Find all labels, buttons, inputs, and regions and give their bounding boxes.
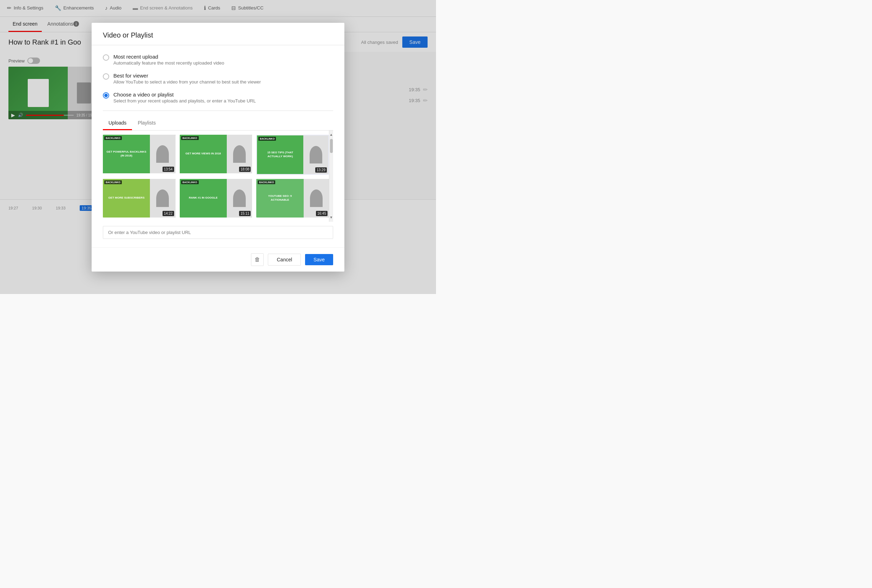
scroll-down[interactable]: ▼ xyxy=(329,214,333,221)
radio-label-most-recent: Most recent upload xyxy=(113,54,224,60)
duration-badge: 18:08 xyxy=(239,166,251,172)
modal-save-button[interactable]: Save xyxy=(305,254,333,265)
thumb-text-area: BACKLINKO GET POWERFUL BACKLINKS (IN 201… xyxy=(103,135,150,173)
modal-title: Video or Playlist xyxy=(103,31,333,39)
video-thumb: BACKLINKO GET MORE VIEWS IN 2018 18:08 xyxy=(180,135,253,173)
video-card[interactable]: BACKLINKO GET POWERFUL BACKLINKS (IN 201… xyxy=(103,135,176,175)
video-card[interactable]: BACKLINKO YOUTUBE SEO: 9 ACTIONABLE 16:4… xyxy=(256,179,329,218)
video-thumb: BACKLINKO YOUTUBE SEO: 9 ACTIONABLE 16:4… xyxy=(256,179,329,218)
scrollbar[interactable]: ▲ ▼ xyxy=(329,130,333,222)
thumb-title-text: RANK #1 IN GOOGLE xyxy=(189,196,218,200)
thumb-text-area: BACKLINKO YOUTUBE SEO: 9 ACTIONABLE xyxy=(256,179,303,218)
tab-uploads[interactable]: Uploads xyxy=(103,117,132,130)
radio-option-choose-video: Choose a video or playlist Select from y… xyxy=(103,92,333,104)
modal-backdrop: Video or Playlist Most recent upload Aut… xyxy=(0,0,436,294)
thumb-title-text: YOUTUBE SEO: 9 ACTIONABLE xyxy=(259,194,301,202)
modal-body: Most recent upload Automatically feature… xyxy=(92,45,344,248)
video-grid-wrapper: BACKLINKO GET POWERFUL BACKLINKS (IN 201… xyxy=(103,130,333,222)
duration-badge: 13:54 xyxy=(162,166,174,172)
person-shape xyxy=(233,189,246,207)
divider xyxy=(103,111,333,111)
radio-label-best-viewer: Best for viewer xyxy=(113,73,261,79)
radio-label-group: Most recent upload Automatically feature… xyxy=(113,54,224,66)
thumb-title-text: 15 SEO TIPS (THAT ACTUALLY WORK) xyxy=(260,151,301,158)
video-info: My 15 All-Time BEST S... 5 months ago53,… xyxy=(257,174,328,175)
trash-icon: 🗑 xyxy=(254,256,260,263)
video-card[interactable]: BACKLINKO RANK #1 IN GOOGLE 15:11 Rank #… xyxy=(180,179,253,218)
thumb-text-area: BACKLINKO RANK #1 IN GOOGLE xyxy=(180,179,227,218)
person-shape xyxy=(156,145,169,163)
backlinko-badge: BACKLINKO xyxy=(104,136,122,140)
person-shape xyxy=(310,146,322,164)
backlinko-badge: BACKLINKO xyxy=(181,180,199,184)
video-grid: BACKLINKO GET POWERFUL BACKLINKS (IN 201… xyxy=(103,130,329,222)
radio-label-group: Choose a video or playlist Select from y… xyxy=(113,92,256,104)
person-shape xyxy=(156,189,169,207)
thumb-title-text: GET POWERFUL BACKLINKS (IN 2018) xyxy=(106,150,147,158)
radio-label-group: Best for viewer Allow YouTube to select … xyxy=(113,73,261,84)
backlinko-badge: BACKLINKO xyxy=(104,180,122,184)
radio-desc-choose-video: Select from your recent uploads and play… xyxy=(113,98,256,104)
url-input[interactable] xyxy=(103,226,333,239)
url-input-wrap xyxy=(103,226,333,239)
video-thumb: BACKLINKO 15 SEO TIPS (THAT ACTUALLY WOR… xyxy=(257,135,328,174)
video-card[interactable]: BACKLINKO GET MORE SUBSCRIBERS 14:22 Get… xyxy=(103,179,176,218)
video-playlist-modal: Video or Playlist Most recent upload Aut… xyxy=(92,23,344,272)
duration-badge: 15:11 xyxy=(239,211,251,216)
radio-label-choose-video: Choose a video or playlist xyxy=(113,92,256,98)
backlinko-badge: BACKLINKO xyxy=(258,180,275,184)
delete-button[interactable]: 🗑 xyxy=(251,253,264,266)
person-shape xyxy=(310,189,323,207)
person-shape xyxy=(233,145,246,163)
radio-desc-most-recent: Automatically feature the most recently … xyxy=(113,60,224,66)
radio-most-recent[interactable] xyxy=(103,54,109,61)
modal-footer: 🗑 Cancel Save xyxy=(92,248,344,272)
modal-header: Video or Playlist xyxy=(92,23,344,45)
scroll-thumb[interactable] xyxy=(330,139,333,153)
thumb-text-area: BACKLINKO GET MORE VIEWS IN 2018 xyxy=(180,135,227,173)
duration-badge: 14:22 xyxy=(162,211,174,216)
video-thumb: BACKLINKO GET MORE SUBSCRIBERS 14:22 xyxy=(103,179,176,218)
thumb-text-area: BACKLINKO GET MORE SUBSCRIBERS xyxy=(103,179,150,218)
radio-option-most-recent: Most recent upload Automatically feature… xyxy=(103,54,333,66)
video-info: How to Get More Views ... 4 months ago36… xyxy=(180,173,253,175)
radio-option-best-viewer: Best for viewer Allow YouTube to select … xyxy=(103,73,333,84)
thumb-title-text: GET MORE VIEWS IN 2018 xyxy=(185,152,221,155)
video-card[interactable]: BACKLINKO 15 SEO TIPS (THAT ACTUALLY WOR… xyxy=(256,135,329,175)
upload-tab-row: Uploads Playlists xyxy=(103,117,333,130)
tab-playlists[interactable]: Playlists xyxy=(132,117,161,130)
duration-badge: 16:45 xyxy=(316,211,328,216)
radio-best-viewer[interactable] xyxy=(103,74,109,80)
thumb-title-text: GET MORE SUBSCRIBERS xyxy=(108,196,144,200)
duration-badge: 13:29 xyxy=(315,167,327,172)
thumb-text-area: BACKLINKO 15 SEO TIPS (THAT ACTUALLY WOR… xyxy=(257,135,303,174)
video-thumb: BACKLINKO RANK #1 IN GOOGLE 15:11 xyxy=(180,179,253,218)
video-card[interactable]: BACKLINKO GET MORE VIEWS IN 2018 18:08 H… xyxy=(180,135,253,175)
backlinko-badge: BACKLINKO xyxy=(259,137,276,141)
backlinko-badge: BACKLINKO xyxy=(181,136,199,140)
scroll-up[interactable]: ▲ xyxy=(329,131,333,138)
video-thumb: BACKLINKO GET POWERFUL BACKLINKS (IN 201… xyxy=(103,135,176,173)
video-info: Link Building: How to G... 1 month ago19… xyxy=(103,173,176,175)
radio-desc-best-viewer: Allow YouTube to select a video from you… xyxy=(113,79,261,84)
cancel-button[interactable]: Cancel xyxy=(268,254,301,266)
radio-choose-video[interactable] xyxy=(103,92,109,99)
